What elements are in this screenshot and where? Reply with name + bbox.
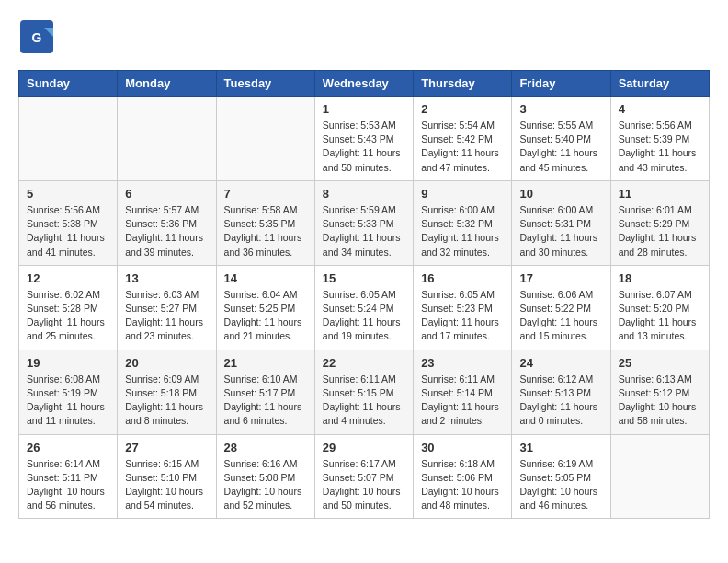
day-number: 16 bbox=[421, 271, 504, 285]
day-info: Sunrise: 5:56 AM Sunset: 5:38 PM Dayligh… bbox=[27, 203, 109, 259]
calendar-table: SundayMondayTuesdayWednesdayThursdayFrid… bbox=[18, 70, 710, 519]
logo-icon: G bbox=[18, 18, 55, 55]
day-number: 14 bbox=[224, 271, 307, 285]
day-info: Sunrise: 6:11 AM Sunset: 5:15 PM Dayligh… bbox=[323, 373, 405, 429]
calendar-cell: 7Sunrise: 5:58 AM Sunset: 5:35 PM Daylig… bbox=[216, 180, 314, 265]
day-info: Sunrise: 5:58 AM Sunset: 5:35 PM Dayligh… bbox=[224, 203, 307, 259]
day-info: Sunrise: 6:10 AM Sunset: 5:17 PM Dayligh… bbox=[224, 373, 307, 429]
day-number: 24 bbox=[519, 356, 602, 370]
calendar-cell: 5Sunrise: 5:56 AM Sunset: 5:38 PM Daylig… bbox=[19, 180, 118, 265]
day-info: Sunrise: 6:14 AM Sunset: 5:11 PM Dayligh… bbox=[27, 457, 109, 513]
calendar-cell: 16Sunrise: 6:05 AM Sunset: 5:23 PM Dayli… bbox=[414, 265, 512, 350]
day-info: Sunrise: 5:56 AM Sunset: 5:39 PM Dayligh… bbox=[619, 119, 701, 175]
calendar-cell: 27Sunrise: 6:15 AM Sunset: 5:10 PM Dayli… bbox=[118, 434, 216, 519]
day-number: 9 bbox=[421, 187, 504, 201]
calendar-cell: 30Sunrise: 6:18 AM Sunset: 5:06 PM Dayli… bbox=[414, 434, 512, 519]
day-info: Sunrise: 5:59 AM Sunset: 5:33 PM Dayligh… bbox=[323, 203, 405, 259]
calendar-week-row: 1Sunrise: 5:53 AM Sunset: 5:43 PM Daylig… bbox=[19, 97, 710, 181]
calendar-cell: 31Sunrise: 6:19 AM Sunset: 5:05 PM Dayli… bbox=[512, 434, 610, 519]
day-number: 19 bbox=[27, 356, 109, 370]
weekday-header-friday: Friday bbox=[512, 71, 610, 97]
day-info: Sunrise: 6:07 AM Sunset: 5:20 PM Dayligh… bbox=[619, 288, 701, 344]
day-number: 30 bbox=[421, 441, 504, 454]
weekday-header-sunday: Sunday bbox=[19, 71, 118, 97]
calendar-cell: 21Sunrise: 6:10 AM Sunset: 5:17 PM Dayli… bbox=[216, 350, 314, 434]
day-info: Sunrise: 6:13 AM Sunset: 5:12 PM Dayligh… bbox=[619, 373, 701, 429]
calendar-cell: 10Sunrise: 6:00 AM Sunset: 5:31 PM Dayli… bbox=[512, 180, 610, 265]
weekday-header-wednesday: Wednesday bbox=[314, 71, 413, 97]
day-number: 27 bbox=[125, 441, 208, 454]
day-info: Sunrise: 6:02 AM Sunset: 5:28 PM Dayligh… bbox=[27, 288, 109, 344]
calendar-cell: 12Sunrise: 6:02 AM Sunset: 5:28 PM Dayli… bbox=[19, 265, 118, 350]
calendar-cell: 9Sunrise: 6:00 AM Sunset: 5:32 PM Daylig… bbox=[414, 180, 512, 265]
logo: G bbox=[18, 18, 59, 55]
day-number: 15 bbox=[323, 271, 405, 285]
day-info: Sunrise: 5:55 AM Sunset: 5:40 PM Dayligh… bbox=[519, 119, 602, 175]
weekday-header-row: SundayMondayTuesdayWednesdayThursdayFrid… bbox=[19, 71, 710, 97]
day-number: 31 bbox=[519, 441, 602, 454]
calendar-cell bbox=[19, 97, 118, 181]
day-number: 21 bbox=[224, 356, 307, 370]
day-number: 22 bbox=[323, 356, 405, 370]
day-info: Sunrise: 6:11 AM Sunset: 5:14 PM Dayligh… bbox=[421, 373, 504, 429]
day-number: 13 bbox=[125, 271, 208, 285]
calendar-cell: 1Sunrise: 5:53 AM Sunset: 5:43 PM Daylig… bbox=[314, 97, 413, 181]
day-number: 1 bbox=[323, 102, 405, 116]
day-number: 8 bbox=[323, 187, 405, 201]
calendar-cell: 2Sunrise: 5:54 AM Sunset: 5:42 PM Daylig… bbox=[414, 97, 512, 181]
day-info: Sunrise: 5:53 AM Sunset: 5:43 PM Dayligh… bbox=[323, 119, 405, 175]
day-number: 4 bbox=[619, 102, 701, 116]
calendar-week-row: 19Sunrise: 6:08 AM Sunset: 5:19 PM Dayli… bbox=[19, 350, 710, 434]
day-info: Sunrise: 6:04 AM Sunset: 5:25 PM Dayligh… bbox=[224, 288, 307, 344]
day-info: Sunrise: 6:16 AM Sunset: 5:08 PM Dayligh… bbox=[224, 457, 307, 513]
day-number: 10 bbox=[519, 187, 602, 201]
calendar-cell bbox=[118, 97, 216, 181]
day-info: Sunrise: 6:00 AM Sunset: 5:32 PM Dayligh… bbox=[421, 203, 504, 259]
day-info: Sunrise: 6:12 AM Sunset: 5:13 PM Dayligh… bbox=[519, 373, 602, 429]
day-info: Sunrise: 6:01 AM Sunset: 5:29 PM Dayligh… bbox=[619, 203, 701, 259]
calendar-cell: 25Sunrise: 6:13 AM Sunset: 5:12 PM Dayli… bbox=[610, 350, 709, 434]
calendar-cell: 17Sunrise: 6:06 AM Sunset: 5:22 PM Dayli… bbox=[512, 265, 610, 350]
day-number: 29 bbox=[323, 441, 405, 454]
day-number: 23 bbox=[421, 356, 504, 370]
day-info: Sunrise: 6:17 AM Sunset: 5:07 PM Dayligh… bbox=[323, 457, 405, 513]
calendar-cell: 13Sunrise: 6:03 AM Sunset: 5:27 PM Dayli… bbox=[118, 265, 216, 350]
day-number: 28 bbox=[224, 441, 307, 454]
day-info: Sunrise: 6:00 AM Sunset: 5:31 PM Dayligh… bbox=[519, 203, 602, 259]
page-header: G bbox=[18, 18, 710, 55]
day-info: Sunrise: 6:09 AM Sunset: 5:18 PM Dayligh… bbox=[125, 373, 208, 429]
calendar-cell bbox=[216, 97, 314, 181]
calendar-cell: 14Sunrise: 6:04 AM Sunset: 5:25 PM Dayli… bbox=[216, 265, 314, 350]
calendar-cell: 23Sunrise: 6:11 AM Sunset: 5:14 PM Dayli… bbox=[414, 350, 512, 434]
calendar-cell: 19Sunrise: 6:08 AM Sunset: 5:19 PM Dayli… bbox=[19, 350, 118, 434]
day-number: 11 bbox=[619, 187, 701, 201]
calendar-cell: 22Sunrise: 6:11 AM Sunset: 5:15 PM Dayli… bbox=[314, 350, 413, 434]
calendar-week-row: 26Sunrise: 6:14 AM Sunset: 5:11 PM Dayli… bbox=[19, 434, 710, 519]
weekday-header-tuesday: Tuesday bbox=[216, 71, 314, 97]
calendar-cell: 20Sunrise: 6:09 AM Sunset: 5:18 PM Dayli… bbox=[118, 350, 216, 434]
calendar-cell: 28Sunrise: 6:16 AM Sunset: 5:08 PM Dayli… bbox=[216, 434, 314, 519]
calendar-week-row: 12Sunrise: 6:02 AM Sunset: 5:28 PM Dayli… bbox=[19, 265, 710, 350]
day-number: 26 bbox=[27, 441, 109, 454]
calendar-cell: 15Sunrise: 6:05 AM Sunset: 5:24 PM Dayli… bbox=[314, 265, 413, 350]
day-info: Sunrise: 6:05 AM Sunset: 5:24 PM Dayligh… bbox=[323, 288, 405, 344]
day-number: 17 bbox=[519, 271, 602, 285]
day-number: 18 bbox=[619, 271, 701, 285]
day-number: 20 bbox=[125, 356, 208, 370]
svg-text:G: G bbox=[32, 30, 42, 45]
calendar-cell: 6Sunrise: 5:57 AM Sunset: 5:36 PM Daylig… bbox=[118, 180, 216, 265]
day-info: Sunrise: 6:06 AM Sunset: 5:22 PM Dayligh… bbox=[519, 288, 602, 344]
day-info: Sunrise: 6:18 AM Sunset: 5:06 PM Dayligh… bbox=[421, 457, 504, 513]
calendar-cell: 18Sunrise: 6:07 AM Sunset: 5:20 PM Dayli… bbox=[610, 265, 709, 350]
day-number: 6 bbox=[125, 187, 208, 201]
day-number: 5 bbox=[27, 187, 109, 201]
day-info: Sunrise: 6:05 AM Sunset: 5:23 PM Dayligh… bbox=[421, 288, 504, 344]
day-number: 3 bbox=[519, 102, 602, 116]
day-info: Sunrise: 5:57 AM Sunset: 5:36 PM Dayligh… bbox=[125, 203, 208, 259]
day-info: Sunrise: 6:15 AM Sunset: 5:10 PM Dayligh… bbox=[125, 457, 208, 513]
calendar-cell: 3Sunrise: 5:55 AM Sunset: 5:40 PM Daylig… bbox=[512, 97, 610, 181]
calendar-cell: 24Sunrise: 6:12 AM Sunset: 5:13 PM Dayli… bbox=[512, 350, 610, 434]
day-number: 7 bbox=[224, 187, 307, 201]
calendar-cell: 29Sunrise: 6:17 AM Sunset: 5:07 PM Dayli… bbox=[314, 434, 413, 519]
weekday-header-monday: Monday bbox=[118, 71, 216, 97]
